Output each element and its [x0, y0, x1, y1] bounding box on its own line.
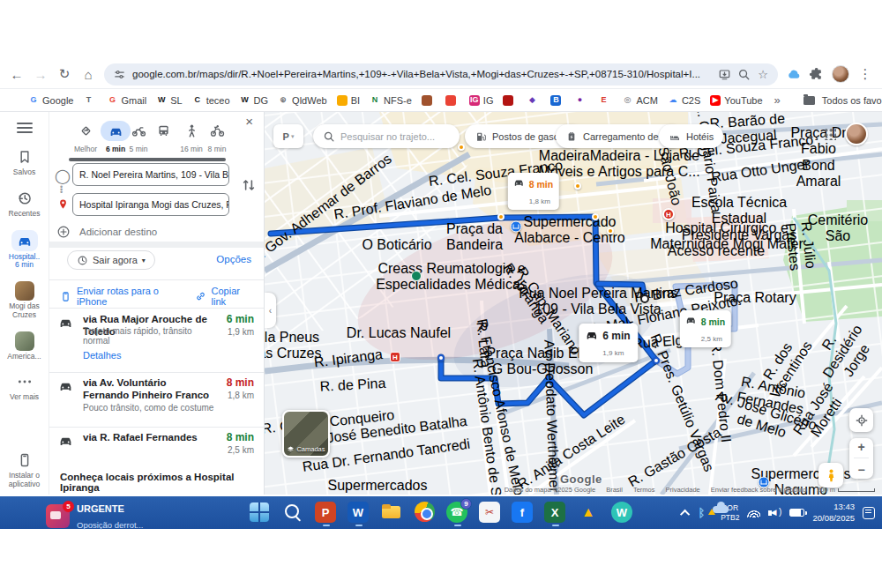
route-option[interactable]: via Av. Voluntário Fernando Pinheiro Fra… — [49, 373, 265, 428]
bookmark-item[interactable]: ▶ YouTube — [706, 93, 766, 108]
travel-mode-tab[interactable]: 5 min — [125, 121, 152, 153]
bookmarks-overflow-chevron[interactable]: » — [769, 93, 786, 107]
attribution-link[interactable]: Brasil — [606, 486, 623, 494]
send-to-device-icon[interactable] — [718, 68, 731, 81]
travel-mode-tab[interactable]: 16 min — [178, 121, 205, 153]
bookmark-item[interactable]: ⊕ QldWeb — [274, 93, 331, 108]
bookmark-item[interactable]: N NFS-e — [366, 93, 415, 108]
account-avatar[interactable] — [845, 123, 868, 145]
taskbar-app-icon[interactable] — [380, 501, 403, 524]
bookmark-item[interactable]: G Google — [25, 93, 77, 108]
bluetooth-icon[interactable]: ᛒ — [698, 506, 705, 519]
news-widget[interactable]: 5 URGENTEOposição derrot... — [46, 500, 144, 532]
bookmark-item[interactable]: B — [547, 93, 568, 108]
bookmark-item[interactable]: BI — [333, 93, 363, 108]
bookmark-item[interactable]: ● — [571, 93, 592, 108]
profile-avatar[interactable] — [832, 65, 849, 83]
map-marker[interactable] — [653, 357, 660, 364]
bookmark-star-icon[interactable]: ☆ — [757, 68, 769, 81]
attribution-link[interactable]: Termos — [633, 486, 655, 494]
zoom-out-button[interactable]: − — [857, 463, 864, 477]
taskbar-app-icon[interactable]: W — [348, 502, 369, 523]
bookmark-item[interactable]: ☁ C2S — [664, 93, 704, 108]
taskbar-app-icon[interactable]: X — [544, 502, 565, 523]
taskbar-app-icon[interactable] — [280, 501, 303, 524]
map-marker[interactable] — [437, 354, 445, 361]
rail-item[interactable]: Ver mais — [0, 372, 49, 402]
travel-mode-tab[interactable]: 8 min — [204, 121, 230, 153]
bookmark-item[interactable]: C teceo — [189, 93, 234, 108]
route-option[interactable]: via Rua Major Arouche de Toledo6 min1,9 … — [49, 309, 265, 373]
nearby-places-heading[interactable]: Conheça locais próximos a Hospital Ipira… — [49, 468, 265, 495]
pegman-button[interactable] — [818, 463, 843, 488]
map-marker[interactable] — [511, 221, 522, 233]
rail-item[interactable]: Recentes — [0, 189, 49, 219]
add-destination-button[interactable]: Adicionar destino — [56, 225, 157, 239]
bookmark-item[interactable] — [499, 93, 520, 108]
map-marker[interactable] — [592, 213, 599, 220]
install-app-button[interactable]: Instalar o aplicativo — [0, 450, 49, 489]
rail-item[interactable]: Mogi das Cruzes — [0, 281, 49, 320]
attribution-link[interactable]: Privacidade — [666, 486, 700, 494]
extensions-puzzle-icon[interactable] — [809, 67, 824, 82]
rail-item[interactable]: America... — [0, 331, 49, 361]
taskbar-app-icon[interactable]: W — [611, 502, 632, 523]
map-marker[interactable]: H — [662, 208, 675, 220]
taskbar-app-icon[interactable] — [250, 502, 269, 522]
map-marker[interactable] — [411, 271, 422, 281]
taskbar-app-icon[interactable] — [415, 502, 435, 522]
map-marker[interactable]: H — [390, 352, 400, 362]
map-marker[interactable] — [497, 213, 505, 220]
destination-input[interactable]: Hospital Ipiranga Mogi das Cruzes, R. Ip… — [72, 193, 229, 216]
taskbar-app-icon[interactable]: ☎ 9 — [446, 502, 467, 523]
route-time-badge[interactable]: 8 min1,8 km — [508, 173, 559, 210]
site-settings-icon[interactable] — [113, 68, 126, 81]
reload-button[interactable]: ↻ — [56, 66, 72, 82]
wifi-icon[interactable] — [747, 509, 760, 517]
route-time-badge[interactable]: 8 min2,5 km — [680, 310, 731, 347]
back-button[interactable]: ← — [9, 67, 25, 82]
bookmark-item[interactable]: ◎ ACM — [618, 93, 661, 108]
bookmark-item[interactable]: G Gmail — [103, 93, 150, 108]
layers-button[interactable]: Camadas — [282, 410, 330, 458]
attribution-link[interactable]: Enviar feedback sobre o produto — [711, 486, 806, 494]
map-canvas[interactable]: R. Barão de JacegualR. Cel. Souza Franco… — [265, 112, 882, 495]
route-details-link[interactable]: Detalhes — [83, 350, 121, 361]
clock-date[interactable]: 13:4320/08/2025 — [812, 502, 855, 524]
origin-input[interactable]: R. Noel Pereira Martins, 109 - Vila Bela… — [72, 163, 229, 186]
map-marker[interactable] — [640, 294, 649, 303]
all-bookmarks-button[interactable]: Todos os favoritos — [800, 93, 882, 108]
bookmark-item[interactable]: E — [594, 93, 616, 108]
cloud-extension-icon[interactable] — [786, 67, 801, 82]
zoom-in-button[interactable]: + — [857, 440, 864, 454]
send-routes-link[interactable]: Enviar rotas para o iPhone — [77, 286, 184, 307]
home-button[interactable]: ⌂ — [80, 67, 96, 82]
collapse-panel-button[interactable]: ‹ — [265, 293, 276, 328]
taskbar-app-icon[interactable]: f — [512, 502, 533, 523]
search-along-route-input[interactable]: Pesquisar no trajeto... — [313, 124, 460, 148]
route-option[interactable]: via R. Rafael Fernandes8 min2,5 km — [49, 428, 265, 472]
route-time-badge[interactable]: 6 min1,9 km — [579, 324, 638, 362]
browser-menu-icon[interactable]: ⋮ — [857, 66, 873, 82]
address-bar[interactable]: google.com.br/maps/dir/R.+Noel+Pereira+M… — [104, 63, 778, 86]
map-marker[interactable] — [607, 227, 614, 234]
google-apps-grid-icon[interactable] — [824, 128, 836, 140]
notification-center-icon[interactable] — [863, 507, 875, 519]
menu-hamburger-icon[interactable] — [17, 123, 33, 133]
map-marker[interactable] — [458, 144, 465, 151]
attribution-link[interactable]: Dados do mapa ©2025 Google — [505, 486, 596, 494]
swap-origin-destination-icon[interactable] — [241, 177, 257, 193]
battery-icon[interactable] — [789, 509, 804, 517]
search-lens-icon[interactable] — [737, 68, 751, 81]
forward-button[interactable]: → — [33, 67, 49, 82]
rail-item[interactable]: Salvos — [0, 147, 49, 177]
volume-icon[interactable]: ) — [768, 508, 781, 517]
url-text[interactable]: google.com.br/maps/dir/R.+Noel+Pereira+M… — [132, 69, 712, 79]
bookmark-item[interactable]: W DG — [236, 93, 273, 108]
hidden-icons-chevron[interactable] — [680, 509, 690, 518]
bookmark-item[interactable]: T — [79, 93, 101, 108]
taskbar-app-icon[interactable]: P — [315, 502, 336, 523]
bookmark-item[interactable]: W SL — [153, 93, 185, 108]
map-filter-chip[interactable]: Hotéis — [659, 124, 723, 148]
bookmark-item[interactable]: IG IG — [466, 93, 497, 108]
